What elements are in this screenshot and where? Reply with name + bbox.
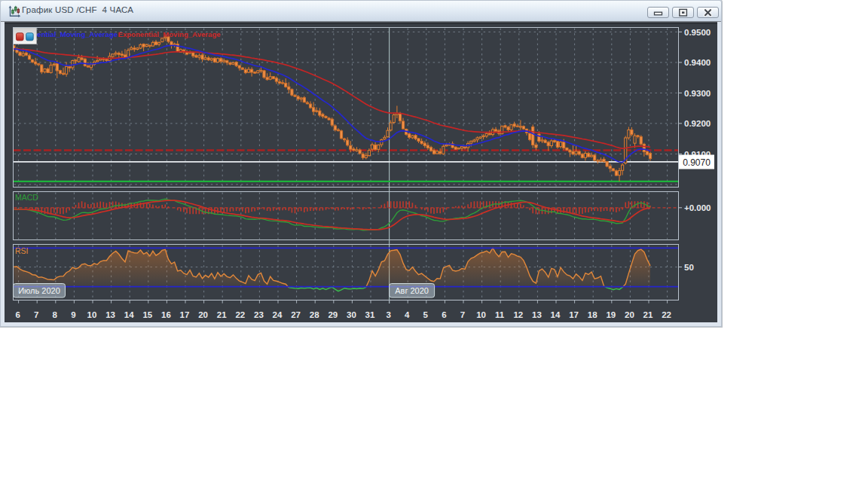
svg-text:22: 22: [662, 310, 671, 319]
svg-text:21: 21: [643, 310, 653, 319]
svg-text:0.9400: 0.9400: [684, 58, 711, 67]
svg-text:13: 13: [105, 310, 115, 319]
svg-text:50: 50: [684, 263, 694, 272]
svg-text:29: 29: [328, 310, 338, 319]
svg-text:17: 17: [180, 310, 190, 319]
svg-text:Июль 2020: Июль 2020: [18, 286, 60, 295]
svg-text:0.9200: 0.9200: [684, 119, 711, 128]
svg-text:20: 20: [625, 310, 634, 319]
svg-text:24: 24: [273, 310, 283, 319]
svg-text:10: 10: [476, 310, 486, 319]
svg-text:+0.000: +0.000: [684, 203, 711, 212]
svg-text:28: 28: [310, 310, 319, 319]
svg-text:0.9300: 0.9300: [684, 89, 711, 98]
svg-text:0.9500: 0.9500: [684, 28, 711, 37]
svg-text:Exponential_Moving_Average: Exponential_Moving_Average: [118, 30, 221, 38]
svg-text:9: 9: [71, 310, 75, 319]
svg-text:23: 23: [254, 310, 264, 319]
svg-text:11: 11: [495, 310, 505, 319]
svg-text:4: 4: [405, 310, 410, 319]
svg-text:20: 20: [198, 310, 208, 319]
svg-text:3: 3: [386, 310, 390, 319]
svg-text:6: 6: [442, 310, 446, 319]
svg-text:31: 31: [365, 310, 375, 319]
svg-text:8: 8: [53, 310, 58, 319]
svg-text:22: 22: [235, 310, 245, 319]
svg-text:19: 19: [606, 310, 616, 319]
svg-text:7: 7: [460, 310, 465, 319]
svg-text:13: 13: [532, 310, 542, 319]
svg-text:0.9070: 0.9070: [683, 157, 711, 168]
svg-text:21: 21: [217, 310, 227, 319]
svg-text:5: 5: [423, 310, 429, 319]
svg-text:MACD: MACD: [15, 193, 38, 202]
svg-text:Авг 2020: Авг 2020: [395, 286, 429, 295]
svg-text:16: 16: [161, 310, 171, 319]
svg-text:14: 14: [551, 310, 561, 319]
svg-text:12: 12: [513, 310, 523, 319]
svg-text:14: 14: [124, 310, 134, 319]
svg-text:17: 17: [569, 310, 579, 319]
svg-text:RSI: RSI: [15, 246, 29, 255]
svg-text:18: 18: [588, 310, 598, 319]
svg-text:15: 15: [142, 310, 152, 319]
svg-text:10: 10: [87, 310, 97, 319]
svg-text:27: 27: [291, 310, 301, 319]
svg-text:30: 30: [347, 310, 356, 319]
svg-text:6: 6: [15, 310, 20, 319]
svg-text:7: 7: [34, 310, 38, 319]
